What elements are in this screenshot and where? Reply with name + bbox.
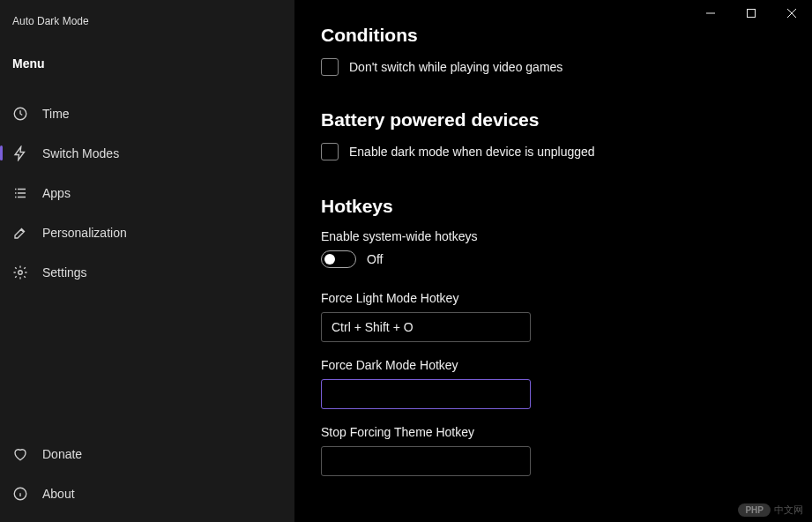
nav-bottom: Donate About (0, 434, 294, 522)
enable-hotkeys-label: Enable system-wide hotkeys (321, 229, 786, 243)
sidebar-item-switch-modes[interactable]: Switch Modes (0, 133, 294, 173)
sidebar-item-label: Time (42, 107, 70, 121)
sidebar-item-about[interactable]: About (0, 474, 294, 513)
heart-icon (12, 446, 28, 462)
toggle-state-text: Off (367, 252, 383, 266)
sidebar-item-settings[interactable]: Settings (0, 252, 294, 292)
sidebar-item-apps[interactable]: Apps (0, 173, 294, 213)
app-title: Auto Dark Mode (0, 7, 294, 34)
hotkey-stop-input[interactable] (321, 446, 531, 476)
hotkey-stop-label: Stop Forcing Theme Hotkey (321, 425, 786, 439)
list-icon (12, 185, 28, 201)
sidebar-item-label: Switch Modes (42, 146, 119, 160)
close-button[interactable] (771, 0, 812, 26)
hotkey-dark-input[interactable] (321, 379, 531, 409)
hotkey-light-label: Force Light Mode Hotkey (321, 291, 786, 305)
gear-icon (12, 265, 28, 280)
edit-icon (12, 225, 28, 241)
section-heading-battery: Battery powered devices (321, 109, 786, 130)
clock-icon (12, 106, 28, 122)
hotkey-field-stop: Stop Forcing Theme Hotkey (321, 425, 786, 476)
nav-list: Time Switch Modes Apps Personalization S… (0, 86, 294, 434)
menu-header: Menu (0, 34, 294, 86)
checkbox-row-video-games: Don't switch while playing video games (321, 58, 786, 76)
sidebar: Auto Dark Mode Menu Time Switch Modes Ap… (0, 0, 294, 522)
section-hotkeys: Hotkeys Enable system-wide hotkeys Off F… (321, 196, 786, 476)
main-content: Conditions Don't switch while playing vi… (294, 0, 812, 522)
section-heading-conditions: Conditions (321, 25, 786, 46)
window-controls (690, 0, 812, 26)
enable-hotkeys-toggle[interactable] (321, 250, 356, 268)
checkbox-video-games[interactable] (321, 58, 339, 76)
checkbox-label: Don't switch while playing video games (349, 60, 562, 74)
svg-point-1 (19, 270, 23, 274)
sidebar-item-label: Donate (42, 447, 82, 461)
sidebar-item-label: Personalization (42, 226, 127, 240)
sidebar-item-label: Settings (42, 265, 87, 280)
hotkey-field-light: Force Light Mode Hotkey (321, 291, 786, 342)
checkbox-label: Enable dark mode when device is unplugge… (349, 145, 595, 159)
sidebar-item-label: Apps (42, 186, 71, 200)
svg-rect-3 (748, 10, 756, 18)
checkbox-unplugged[interactable] (321, 143, 339, 160)
sidebar-item-label: About (42, 487, 75, 501)
minimize-button[interactable] (690, 0, 731, 26)
maximize-button[interactable] (731, 0, 771, 26)
info-icon (12, 486, 28, 502)
hotkey-field-dark: Force Dark Mode Hotkey (321, 358, 786, 409)
sidebar-item-personalization[interactable]: Personalization (0, 213, 294, 252)
watermark-text: 中文网 (774, 503, 803, 517)
lightning-icon (12, 145, 28, 161)
sidebar-item-donate[interactable]: Donate (0, 434, 294, 474)
section-heading-hotkeys: Hotkeys (321, 196, 786, 217)
section-battery: Battery powered devices Enable dark mode… (321, 109, 786, 160)
toggle-knob (324, 254, 335, 265)
sidebar-item-time[interactable]: Time (0, 93, 294, 133)
watermark: PHP 中文网 (738, 503, 803, 517)
hotkey-light-input[interactable] (321, 312, 531, 342)
hotkey-dark-label: Force Dark Mode Hotkey (321, 358, 786, 372)
checkbox-row-unplugged: Enable dark mode when device is unplugge… (321, 143, 786, 160)
watermark-badge: PHP (738, 503, 771, 517)
toggle-row: Off (321, 250, 786, 268)
